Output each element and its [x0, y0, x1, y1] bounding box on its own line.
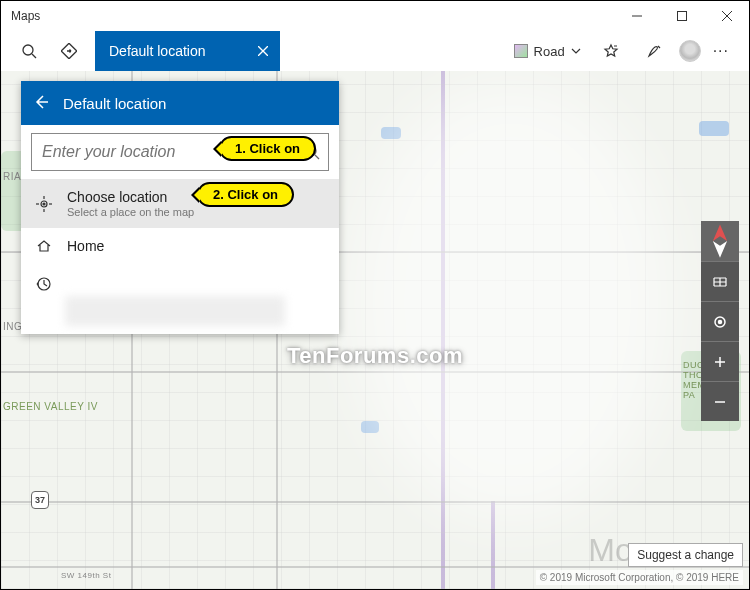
copyright-text: © 2019 Microsoft Corporation, © 2019 HER… — [536, 570, 743, 585]
panel-title: Default location — [63, 95, 166, 112]
zoom-in-button[interactable] — [701, 341, 739, 381]
map-control-strip — [701, 221, 739, 421]
toolbar: Default location Road ··· — [1, 31, 749, 71]
window-controls — [614, 1, 749, 31]
map-label: GREEN VALLEY IV — [3, 401, 98, 412]
ink-icon[interactable] — [635, 31, 675, 71]
svg-line-5 — [32, 54, 36, 58]
close-icon[interactable] — [252, 40, 274, 62]
panel-header: Default location — [21, 81, 339, 125]
map-style-label: Road — [534, 44, 565, 59]
svg-rect-1 — [677, 12, 686, 21]
watermark: TenForums.com — [287, 343, 463, 369]
option-title: Home — [67, 238, 325, 254]
default-location-tag[interactable]: Default location — [95, 31, 280, 71]
map-footer: Suggest a change © 2019 Microsoft Corpor… — [530, 539, 749, 589]
svg-line-10 — [315, 155, 319, 159]
zoom-out-button[interactable] — [701, 381, 739, 421]
redacted-content — [65, 296, 285, 326]
compass-button[interactable] — [701, 221, 739, 261]
svg-marker-18 — [713, 224, 727, 241]
tilt-button[interactable] — [701, 261, 739, 301]
search-icon[interactable] — [9, 31, 49, 71]
map-style-dropdown[interactable]: Road — [508, 40, 587, 63]
maximize-button[interactable] — [659, 1, 704, 31]
target-icon — [35, 196, 53, 212]
svg-point-12 — [43, 203, 45, 205]
minimize-button[interactable] — [614, 1, 659, 31]
back-icon[interactable] — [33, 94, 49, 113]
default-location-label: Default location — [109, 43, 206, 59]
svg-point-21 — [719, 320, 722, 323]
home-option[interactable]: Home — [21, 228, 339, 264]
default-location-panel: Default location ✕ Choose location Selec… — [21, 81, 339, 334]
annotation-callout-2: 2. Click on — [197, 182, 294, 207]
annotation-callout-1: 1. Click on — [219, 136, 316, 161]
map-label: SW 149th St — [61, 571, 111, 580]
window-titlebar: Maps — [1, 1, 749, 31]
favorites-icon[interactable] — [591, 31, 631, 71]
directions-icon[interactable] — [49, 31, 89, 71]
svg-point-4 — [23, 45, 33, 55]
history-icon — [35, 276, 53, 292]
suggest-change-button[interactable]: Suggest a change — [628, 543, 743, 567]
locate-me-button[interactable] — [701, 301, 739, 341]
route-shield: 37 — [31, 491, 49, 509]
map-style-swatch-icon — [514, 44, 528, 58]
recent-option[interactable] — [21, 264, 339, 292]
home-icon — [35, 238, 53, 254]
close-button[interactable] — [704, 1, 749, 31]
svg-marker-19 — [713, 241, 727, 258]
chevron-down-icon — [571, 46, 581, 56]
option-subtitle: Select a place on the map — [67, 206, 325, 218]
more-options-button[interactable]: ··· — [705, 38, 737, 64]
user-avatar[interactable] — [679, 40, 701, 62]
app-title: Maps — [11, 9, 40, 23]
